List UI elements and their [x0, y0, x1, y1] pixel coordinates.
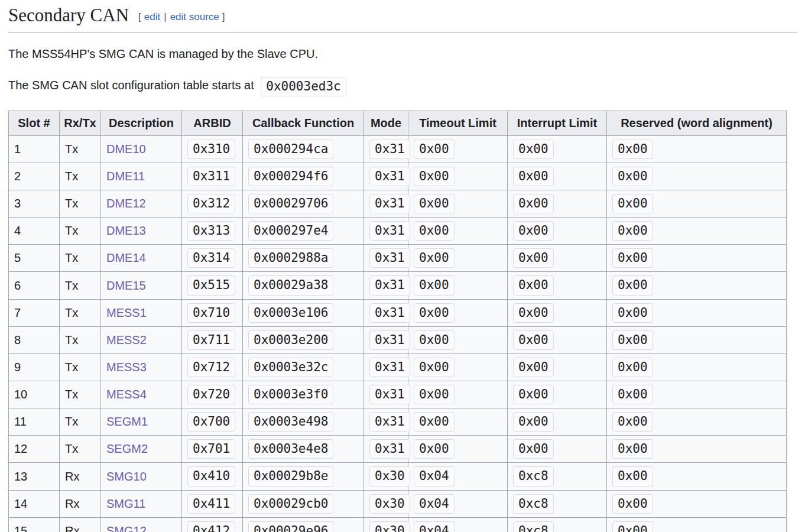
- callback-cell: 0x0003e4e8: [243, 436, 364, 463]
- description-link[interactable]: SMG11: [106, 497, 145, 510]
- arbid-cell: 0x720: [182, 381, 243, 408]
- description-link[interactable]: MESS4: [106, 388, 147, 401]
- timeout-value-code: 0x04: [414, 521, 455, 532]
- timeout-value-code: 0x00: [414, 194, 455, 213]
- section-heading-text: Secondary CAN: [8, 5, 129, 25]
- reserved-cell: 0x00: [607, 326, 787, 353]
- mode-cell: 0x31: [364, 245, 408, 272]
- mode-cell: 0x31: [364, 218, 408, 245]
- interrupt-value-code: 0x00: [513, 358, 554, 377]
- description-link[interactable]: SMG12: [106, 524, 147, 532]
- slot-cell: 4: [9, 218, 60, 245]
- mode-cell: 0x31: [364, 436, 408, 463]
- mode-value-code: 0x31: [369, 248, 410, 268]
- table-row: 6TxDME150x5150x00029a380x310x000x000x00: [9, 272, 787, 299]
- arbid-cell: 0x311: [182, 163, 243, 190]
- arbid-value-code: 0x314: [187, 248, 235, 268]
- callback-value-code: 0x00029b8e: [248, 466, 333, 486]
- callback-value-code: 0x0003e3f0: [248, 385, 333, 404]
- description-cell: SMG11: [101, 490, 182, 517]
- rxtx-cell: Tx: [60, 381, 101, 408]
- callback-cell: 0x0003e3f0: [243, 381, 364, 408]
- arbid-cell: 0x701: [182, 436, 243, 463]
- arbid-value-code: 0x311: [187, 167, 235, 186]
- description-link[interactable]: MESS2: [106, 333, 147, 346]
- description-link[interactable]: DME11: [106, 170, 145, 183]
- description-cell: DME10: [101, 135, 182, 163]
- section-heading: Secondary CAN[edit|edit source]: [8, 0, 797, 33]
- paragraph-table-start: The SMG CAN slot configuration table sta…: [8, 77, 797, 96]
- arbid-cell: 0x412: [182, 517, 243, 532]
- rxtx-cell: Rx: [60, 463, 101, 490]
- description-link[interactable]: DME15: [106, 279, 146, 292]
- description-link[interactable]: DME13: [106, 224, 146, 237]
- interrupt-cell: 0x00: [508, 353, 607, 381]
- arbid-cell: 0x410: [182, 463, 243, 490]
- description-link[interactable]: DME10: [106, 142, 146, 155]
- mode-cell: 0x30: [364, 517, 408, 532]
- interrupt-cell: 0x00: [508, 135, 607, 163]
- description-cell: SEGM1: [101, 408, 182, 436]
- callback-cell: 0x00029b8e: [243, 463, 364, 490]
- arbid-value-code: 0x515: [187, 275, 235, 295]
- rxtx-cell: Tx: [60, 272, 101, 299]
- reserved-value-code: 0x00: [612, 140, 653, 159]
- interrupt-value-code: 0x00: [513, 248, 554, 268]
- callback-value-code: 0x00029e96: [248, 521, 333, 532]
- callback-cell: 0x00029a38: [243, 272, 364, 299]
- callback-value-code: 0x000294f6: [248, 167, 333, 186]
- description-cell: DME15: [101, 272, 182, 299]
- reserved-cell: 0x00: [607, 245, 787, 272]
- timeout-cell: 0x00: [408, 326, 508, 353]
- edit-section-open-bracket: [: [138, 11, 141, 22]
- reserved-value-code: 0x00: [612, 466, 653, 486]
- rxtx-cell: Tx: [60, 436, 101, 463]
- mode-value-code: 0x31: [369, 439, 410, 459]
- description-link[interactable]: DME14: [106, 251, 146, 264]
- mode-value-code: 0x31: [369, 194, 410, 213]
- slot-cell: 9: [9, 353, 60, 381]
- reserved-value-code: 0x00: [612, 494, 653, 514]
- rxtx-cell: Rx: [60, 517, 101, 532]
- interrupt-cell: 0x00: [508, 326, 607, 353]
- table-row: 9TxMESS30x7120x0003e32c0x310x000x000x00: [9, 353, 787, 381]
- table-row: 13RxSMG100x4100x00029b8e0x300x040xc80x00: [9, 463, 787, 490]
- edit-link[interactable]: edit: [144, 11, 160, 22]
- description-link[interactable]: MESS1: [106, 306, 147, 319]
- callback-cell: 0x0003e32c: [243, 353, 364, 381]
- arbid-value-code: 0x310: [187, 140, 235, 159]
- rxtx-cell: Tx: [60, 218, 101, 245]
- reserved-value-code: 0x00: [612, 167, 653, 186]
- mode-value-code: 0x31: [369, 412, 410, 432]
- timeout-value-code: 0x00: [414, 330, 455, 350]
- description-link[interactable]: MESS3: [106, 361, 147, 374]
- slot-cell: 8: [9, 326, 60, 353]
- reserved-value-code: 0x00: [612, 385, 653, 404]
- column-header-mode: Mode: [364, 111, 408, 135]
- description-link[interactable]: SMG10: [106, 470, 147, 483]
- mode-cell: 0x30: [364, 463, 408, 490]
- edit-source-link[interactable]: edit source: [170, 11, 219, 22]
- reserved-cell: 0x00: [607, 135, 787, 163]
- reserved-cell: 0x00: [607, 436, 787, 463]
- slot-cell: 6: [9, 272, 60, 299]
- description-link[interactable]: SEGM1: [106, 415, 148, 428]
- column-header-interrupt: Interrupt Limit: [508, 111, 607, 135]
- reserved-cell: 0x00: [607, 353, 787, 381]
- arbid-cell: 0x313: [182, 218, 243, 245]
- timeout-value-code: 0x00: [414, 275, 455, 295]
- interrupt-value-code: 0x00: [513, 221, 554, 241]
- interrupt-cell: 0x00: [508, 299, 607, 326]
- timeout-cell: 0x00: [408, 190, 508, 218]
- table-row: 8TxMESS20x7110x0003e2000x310x000x000x00: [9, 326, 787, 353]
- can-slot-config-table: Slot #Rx/TxDescriptionARBIDCallback Func…: [8, 111, 787, 532]
- reserved-cell: 0x00: [607, 163, 787, 190]
- description-link[interactable]: SEGM2: [106, 442, 148, 455]
- mode-cell: 0x31: [364, 299, 408, 326]
- mode-cell: 0x30: [364, 490, 408, 517]
- rxtx-cell: Tx: [60, 408, 101, 436]
- reserved-value-code: 0x00: [612, 303, 653, 323]
- description-link[interactable]: DME12: [106, 197, 146, 210]
- table-row: 3TxDME120x3120x000297060x310x000x000x00: [9, 190, 787, 218]
- reserved-value-code: 0x00: [612, 439, 653, 459]
